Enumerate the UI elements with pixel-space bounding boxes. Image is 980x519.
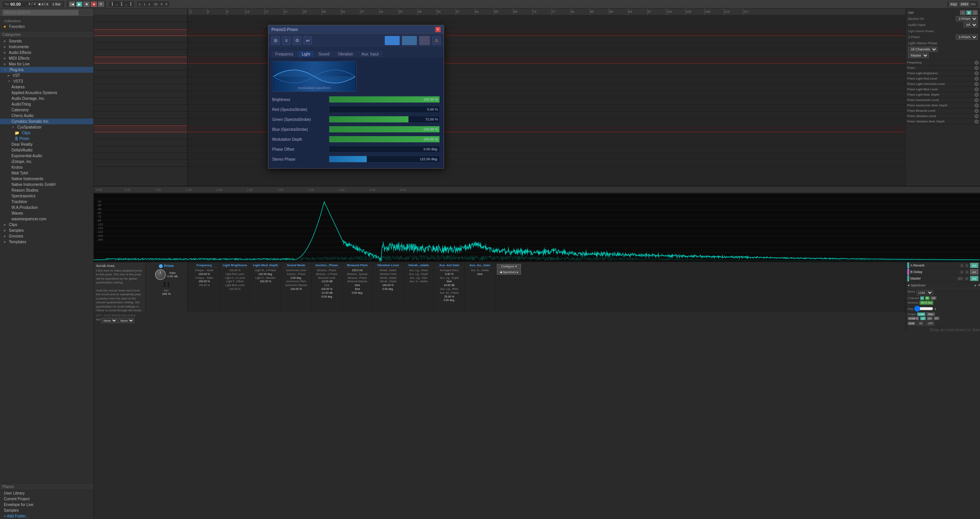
- th-22[interactable]: [94, 160, 187, 167]
- mix-select-none[interactable]: None: [101, 318, 118, 323]
- rsp-input-select[interactable]: Inf: [964, 22, 978, 28]
- vendor-ni[interactable]: Native Instruments: [0, 176, 93, 182]
- send-master-act-btn[interactable]: Act: [970, 276, 978, 281]
- send-delay-act-btn[interactable]: Act: [970, 269, 978, 275]
- cat-plugins[interactable]: ▼Plug-Ins: [0, 67, 93, 73]
- rsp-param-vibration-knob[interactable]: [975, 114, 978, 118]
- place-current-project[interactable]: Current Project: [0, 496, 93, 502]
- vendor-ni-gmbh[interactable]: Native Instruments GmbH: [0, 182, 93, 187]
- vendor-krotos[interactable]: Krotos: [0, 164, 93, 170]
- rsp-param-binaural-knob[interactable]: [975, 109, 978, 113]
- plugin-preset-btn2[interactable]: [402, 36, 417, 45]
- param-mod-depth-bar[interactable]: 100.00 %: [329, 136, 440, 143]
- rsp-param-isomod-knob[interactable]: [975, 104, 978, 107]
- th-13[interactable]: [94, 98, 187, 105]
- timeline-ruler[interactable]: 1591317212529333741454953576165697377818…: [188, 8, 905, 15]
- record-btn[interactable]: ●: [91, 2, 97, 7]
- mix-select-none2[interactable]: None: [118, 318, 134, 323]
- plugin-close-btn[interactable]: ✕: [435, 27, 441, 32]
- cat-sounds[interactable]: ▶Sounds: [0, 38, 93, 44]
- loop-btn[interactable]: ⟳: [98, 2, 104, 7]
- plugin-preset-btn3[interactable]: [419, 36, 430, 45]
- th-12[interactable]: [94, 91, 187, 98]
- tab-aux-input[interactable]: Aux. Input: [358, 51, 382, 57]
- th-9[interactable]: [94, 70, 187, 77]
- rsp-btn-2[interactable]: ●: [966, 10, 972, 15]
- loop-length[interactable]: 32 . 0 . 0: [154, 2, 167, 6]
- back-btn[interactable]: |◀: [69, 2, 75, 7]
- th-14[interactable]: [94, 105, 187, 112]
- cat-instruments[interactable]: ▶Instruments: [0, 44, 93, 50]
- vendor-cys[interactable]: ▼CysSpatializer: [0, 124, 93, 130]
- param-green-bar[interactable]: 72.00 %: [329, 116, 440, 123]
- plugin-icon-link[interactable]: ⇌: [304, 36, 312, 45]
- prism-item[interactable]: 🎛 Prism: [0, 136, 93, 142]
- gain-knob[interactable]: [155, 269, 166, 280]
- configure-btn[interactable]: Configure ▾: [497, 264, 521, 269]
- scale-x-label-btn[interactable]: Scale X: [908, 317, 919, 320]
- th-15[interactable]: [94, 112, 187, 119]
- bars-label[interactable]: 1 Bar: [51, 2, 62, 7]
- vendor-cymatics[interactable]: Cymatics Somatic Inc.: [0, 119, 93, 124]
- rsp-btn-1[interactable]: ○: [960, 10, 965, 15]
- th-18[interactable]: [94, 132, 187, 139]
- rsp-param-frequency-knob[interactable]: [975, 61, 978, 65]
- plugin-icon-settings[interactable]: ⚙: [293, 36, 301, 45]
- cat-grooves[interactable]: ▶Grooves: [0, 233, 93, 239]
- vendor-matt[interactable]: Matt Tytel: [0, 170, 93, 176]
- plugin-icon-grid[interactable]: ⊞: [271, 36, 280, 45]
- cat-clips[interactable]: ▶Clips: [0, 222, 93, 228]
- rsp-param-vibmod-knob[interactable]: [975, 120, 978, 124]
- midi-indicator[interactable]: MIDI: [959, 2, 970, 7]
- plugin-warning-icon[interactable]: ⚠: [432, 36, 441, 45]
- graph-line-btn[interactable]: Line: [917, 312, 925, 316]
- channel-l-btn[interactable]: L: [920, 296, 924, 300]
- stop-btn[interactable]: ■: [83, 2, 90, 7]
- tab-sound[interactable]: Sound: [315, 51, 333, 57]
- vendor-tracktion[interactable]: Tracktion: [0, 199, 93, 205]
- param-phase-offset-bar[interactable]: 0.00 deg.: [329, 146, 440, 153]
- rsp-prism-select[interactable]: 2-Prism: [956, 34, 978, 40]
- auto-btn[interactable]: Auto: [908, 322, 915, 325]
- th-19[interactable]: [94, 139, 187, 146]
- track-row-1[interactable]: [188, 15, 905, 22]
- clips-folder[interactable]: 📁Clips: [0, 130, 93, 136]
- vendor-antares[interactable]: Antares: [0, 84, 93, 90]
- cat-audio-effects[interactable]: ▶Audio Effects: [0, 50, 93, 55]
- vendor-cherry-audio[interactable]: Cherry Audio: [0, 113, 93, 119]
- spectrum-btn[interactable]: ◀ Spectrum ▸: [497, 270, 521, 275]
- rsp-device-select[interactable]: 2-Prism: [956, 16, 978, 21]
- plugin-preset-btn1[interactable]: [385, 36, 400, 45]
- channel-r-btn[interactable]: R: [925, 296, 929, 300]
- th-6[interactable]: [94, 50, 187, 57]
- tab-frequency[interactable]: Frequency: [271, 51, 297, 57]
- vendor-audiothing[interactable]: AudioThing: [0, 101, 93, 107]
- spectrum-controls[interactable]: ▸ ✕: [975, 283, 980, 287]
- vendor-exponential[interactable]: Exponential Audio: [0, 153, 93, 159]
- tab-vibration[interactable]: Vibration: [334, 51, 357, 57]
- vendor-applied[interactable]: Applied Acoustics Systems: [0, 90, 93, 96]
- place-add-folder[interactable]: + Add Folder...: [0, 513, 93, 519]
- rsp-param-prism1-knob[interactable]: [975, 66, 978, 70]
- scale-st-btn[interactable]: ST: [934, 317, 939, 320]
- tempo-value[interactable]: 60.00: [10, 2, 27, 7]
- th-3[interactable]: [94, 29, 187, 36]
- th-10[interactable]: [94, 77, 187, 84]
- time-sig[interactable]: 4 / 4: [28, 2, 36, 6]
- place-user-library[interactable]: User Library: [0, 490, 93, 496]
- th-17[interactable]: [94, 125, 187, 132]
- th-2[interactable]: [94, 22, 187, 29]
- cat-max-for-live[interactable]: ▶Max for Live: [0, 61, 93, 67]
- th-1[interactable]: [94, 15, 187, 22]
- scale-lin-btn[interactable]: Lin: [927, 317, 933, 320]
- rsp-param-isochromic-knob[interactable]: [975, 98, 978, 102]
- vendor-wa[interactable]: W.A.Production: [0, 205, 93, 210]
- vendor-spectrasonics[interactable]: Spectrasonics: [0, 193, 93, 199]
- scale-ln-btn[interactable]: Ln: [920, 317, 926, 320]
- cat-vst3[interactable]: ▼VST3: [0, 78, 93, 84]
- place-envelope[interactable]: Envelope for Live: [0, 502, 93, 508]
- param-blue-bar[interactable]: 100.00 %: [329, 126, 440, 133]
- send-reverb-act-btn[interactable]: Act: [970, 263, 978, 268]
- rsp-param-redlevel-knob[interactable]: [975, 77, 978, 81]
- scrub-area[interactable]: Scrub Area Click here to make playback j…: [94, 262, 145, 312]
